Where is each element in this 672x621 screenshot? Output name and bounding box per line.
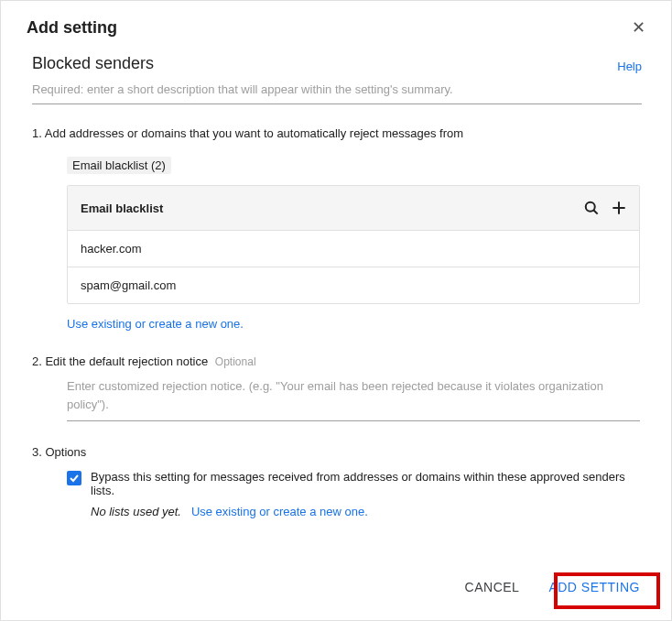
search-icon[interactable] (582, 199, 601, 217)
rejection-notice-placeholder: Enter customized rejection notice. (e.g.… (67, 377, 640, 420)
step-3-label: 3. Options (32, 445, 640, 459)
use-existing-link-1[interactable]: Use existing or create a new one. (67, 317, 640, 331)
use-existing-link-2[interactable]: Use existing or create a new one. (191, 505, 368, 518)
table-row[interactable]: spam@gmail.com (68, 267, 639, 303)
dialog-subtitle: Blocked senders (32, 54, 154, 73)
cancel-button[interactable]: CANCEL (458, 572, 527, 602)
step-2-text: 2. Edit the default rejection notice (32, 354, 208, 368)
svg-point-0 (586, 202, 595, 212)
blacklist-table: Email blacklist (67, 185, 640, 304)
svg-line-1 (594, 211, 598, 214)
add-setting-dialog: Add setting ✕ Blocked senders Help Requi… (0, 0, 672, 621)
step-2-label: 2. Edit the default rejection notice Opt… (32, 354, 640, 368)
table-row[interactable]: hacker.com (68, 230, 639, 267)
blacklist-pill[interactable]: Email blacklist (2) (67, 157, 171, 174)
add-setting-button[interactable]: ADD SETTING (539, 572, 649, 602)
no-lists-text: No lists used yet. (91, 505, 181, 518)
add-icon[interactable] (610, 199, 628, 217)
bypass-checkbox-label: Bypass this setting for messages receive… (91, 470, 640, 497)
step-1-label: 1. Add addresses or domains that you wan… (32, 126, 640, 140)
description-input[interactable]: Required: enter a short description that… (32, 79, 642, 104)
optional-label: Optional (215, 355, 256, 368)
rejection-notice-input[interactable]: Enter customized rejection notice. (e.g.… (67, 377, 640, 421)
dialog-title: Add setting (27, 18, 117, 38)
help-link[interactable]: Help (617, 60, 642, 73)
bypass-checkbox[interactable] (67, 471, 81, 485)
table-header-title: Email blacklist (81, 202, 163, 215)
close-icon[interactable]: ✕ (624, 14, 653, 41)
